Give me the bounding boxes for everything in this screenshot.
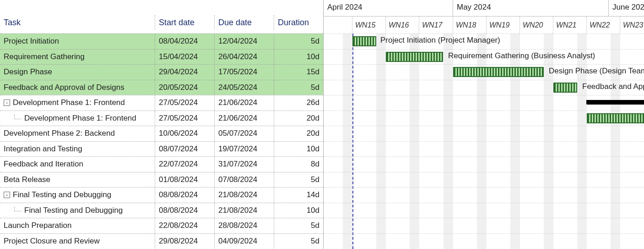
start-date-cell[interactable]: 22/07/2024	[155, 157, 214, 172]
table-row[interactable]: Requirement Gathering15/04/202426/04/202…	[0, 49, 323, 65]
gantt-panel[interactable]: April 2024May 2024June 2024 WN15WN16WN17…	[324, 0, 644, 249]
due-date-cell[interactable]: 19/07/2024	[214, 142, 274, 157]
task-name-cell[interactable]: Project Initiation	[0, 34, 155, 49]
table-row[interactable]: -Development Phase 1: Frontend27/05/2024…	[0, 95, 323, 111]
gantt-bar[interactable]	[587, 113, 644, 123]
table-row[interactable]: -Final Testing and Debugging08/08/202421…	[0, 187, 323, 203]
task-table: Task Start date Due date Duration Projec…	[0, 0, 324, 249]
duration-cell[interactable]: 20d	[274, 111, 323, 126]
week-header: WN22	[587, 17, 620, 33]
duration-cell[interactable]: 5d	[274, 172, 323, 188]
task-name-cell[interactable]: Development Phase 2: Backend	[0, 126, 155, 141]
table-row[interactable]: Design Phase29/04/202417/05/202415d	[0, 64, 323, 80]
start-date-cell[interactable]: 27/05/2024	[155, 95, 214, 111]
start-date-cell[interactable]: 29/04/2024	[155, 65, 214, 80]
task-name-cell[interactable]: Feedback and Iteration	[0, 157, 155, 172]
header-start[interactable]: Start date	[155, 15, 214, 30]
due-date-cell[interactable]: 24/05/2024	[214, 80, 274, 95]
task-name-cell[interactable]: Project Closure and Review	[0, 234, 155, 249]
due-date-cell[interactable]: 28/08/2024	[214, 218, 274, 233]
start-date-cell[interactable]: 08/07/2024	[155, 142, 214, 157]
gantt-bar[interactable]	[386, 52, 443, 62]
duration-cell[interactable]: 10d	[274, 50, 323, 65]
header-due[interactable]: Due date	[214, 15, 274, 30]
week-header	[324, 17, 352, 33]
task-name-cell[interactable]: Requirement Gathering	[0, 50, 155, 65]
duration-cell[interactable]: 10d	[274, 203, 323, 218]
due-date-cell[interactable]: 12/04/2024	[214, 34, 274, 49]
due-date-cell[interactable]: 07/08/2024	[214, 172, 274, 188]
due-date-cell[interactable]: 21/08/2024	[214, 203, 274, 218]
table-row[interactable]: Beta Release01/08/202407/08/20245d	[0, 172, 323, 188]
table-row[interactable]: Project Closure and Review29/08/202404/0…	[0, 233, 323, 249]
duration-cell[interactable]: 20d	[274, 126, 323, 141]
task-name-cell[interactable]: Final Testing and Debugging	[0, 203, 155, 218]
duration-cell[interactable]: 5d	[274, 80, 323, 95]
task-name: Launch Preparation	[4, 221, 71, 230]
gantt-row: Design Phase (Design Team)	[324, 64, 644, 80]
gantt-bar[interactable]	[453, 67, 544, 77]
gantt-bar[interactable]	[352, 36, 376, 46]
duration-cell[interactable]: 8d	[274, 157, 323, 172]
start-date-cell[interactable]: 20/05/2024	[155, 80, 214, 95]
duration-cell[interactable]: 5d	[274, 34, 323, 49]
gantt-rows: Project Initiation (Project Manager)Requ…	[324, 33, 644, 249]
task-name-cell[interactable]: Design Phase	[0, 65, 155, 80]
duration-cell[interactable]: 14d	[274, 188, 323, 203]
table-row[interactable]: Feedback and Approval of Designs20/05/20…	[0, 80, 323, 95]
start-date-cell[interactable]: 08/08/2024	[155, 203, 214, 218]
expand-toggle-icon[interactable]: -	[4, 100, 10, 106]
due-date-cell[interactable]: 31/07/2024	[214, 157, 274, 172]
header-task[interactable]: Task	[0, 15, 155, 30]
gantt-row	[324, 218, 644, 233]
start-date-cell[interactable]: 10/06/2024	[155, 126, 214, 141]
start-date-cell[interactable]: 01/08/2024	[155, 172, 214, 188]
start-date-cell[interactable]: 15/04/2024	[155, 50, 214, 65]
month-header: May 2024	[453, 0, 609, 17]
table-row[interactable]: Development Phase 2: Backend10/06/202405…	[0, 126, 323, 141]
week-header: WN17	[419, 17, 453, 33]
task-name-cell[interactable]: Feedback and Approval of Designs	[0, 80, 155, 95]
gantt-row: Feedback and Approval of Designs	[324, 80, 644, 95]
gantt-row	[324, 187, 644, 203]
task-name: Design Phase	[4, 67, 52, 77]
task-name-cell[interactable]: Launch Preparation	[0, 218, 155, 233]
due-date-cell[interactable]: 21/06/2024	[214, 95, 274, 111]
table-row[interactable]: Development Phase 1: Frontend27/05/20242…	[0, 111, 323, 126]
task-name-cell[interactable]: -Development Phase 1: Frontend	[0, 95, 155, 111]
task-name-cell[interactable]: -Final Testing and Debugging	[0, 188, 155, 203]
duration-cell[interactable]: 5d	[274, 218, 323, 233]
start-date-cell[interactable]: 08/08/2024	[155, 188, 214, 203]
gantt-bar[interactable]	[553, 83, 577, 93]
due-date-cell[interactable]: 04/09/2024	[214, 234, 274, 249]
duration-cell[interactable]: 10d	[274, 142, 323, 157]
week-header: WN23	[620, 17, 644, 33]
due-date-cell[interactable]: 26/04/2024	[214, 50, 274, 65]
table-row[interactable]: Final Testing and Debugging08/08/202421/…	[0, 203, 323, 218]
table-row[interactable]: Feedback and Iteration22/07/202431/07/20…	[0, 156, 323, 172]
task-name-cell[interactable]: Development Phase 1: Frontend	[0, 111, 155, 126]
due-date-cell[interactable]: 05/07/2024	[214, 126, 274, 141]
start-date-cell[interactable]: 22/08/2024	[155, 218, 214, 233]
month-header: June 2024	[609, 0, 644, 17]
duration-cell[interactable]: 26d	[274, 95, 323, 111]
table-row[interactable]: Integration and Testing08/07/202419/07/2…	[0, 141, 323, 157]
week-header: WN16	[386, 17, 419, 33]
due-date-cell[interactable]: 21/06/2024	[214, 111, 274, 126]
header-duration[interactable]: Duration	[274, 15, 323, 30]
start-date-cell[interactable]: 29/08/2024	[155, 234, 214, 249]
duration-cell[interactable]: 15d	[274, 65, 323, 80]
start-date-cell[interactable]: 08/04/2024	[155, 34, 214, 49]
week-header: WN19	[487, 17, 520, 33]
task-name-cell[interactable]: Integration and Testing	[0, 142, 155, 157]
start-date-cell[interactable]: 27/05/2024	[155, 111, 214, 126]
due-date-cell[interactable]: 21/08/2024	[214, 188, 274, 203]
expand-toggle-icon[interactable]: -	[4, 192, 10, 198]
summary-bar[interactable]	[587, 100, 644, 105]
task-name-cell[interactable]: Beta Release	[0, 172, 155, 188]
due-date-cell[interactable]: 17/05/2024	[214, 65, 274, 80]
table-row[interactable]: Launch Preparation22/08/202428/08/20245d	[0, 218, 323, 233]
task-name: Project Closure and Review	[4, 237, 100, 246]
duration-cell[interactable]: 5d	[274, 234, 323, 249]
table-row[interactable]: Project Initiation08/04/202412/04/20245d	[0, 33, 323, 49]
